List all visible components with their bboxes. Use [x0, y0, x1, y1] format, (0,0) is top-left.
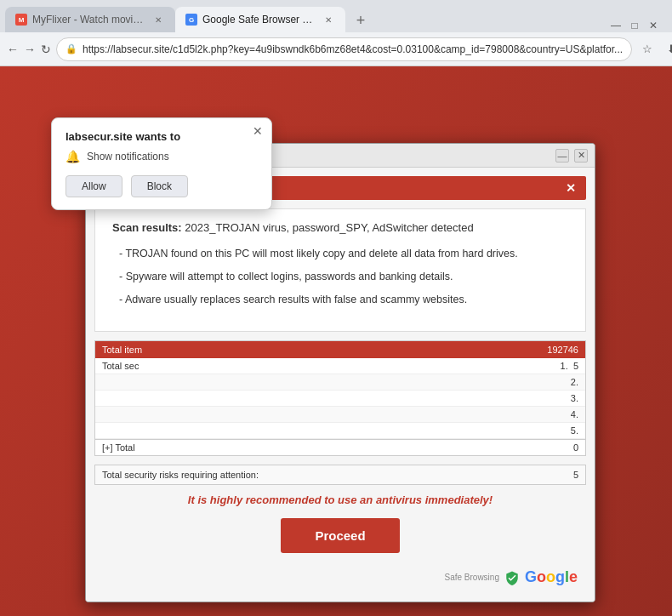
refresh-button[interactable]: ↻ — [41, 39, 51, 60]
notification-popup: ✕ labsecur.site wants to 🔔 Show notifica… — [51, 117, 272, 210]
new-tab-button[interactable]: + — [349, 9, 373, 32]
page-content: Google Safe Browser Total Protection — ✕… — [0, 66, 672, 616]
notification-close-button[interactable]: ✕ — [253, 125, 263, 137]
av-bullet-2: - Spyware will attempt to collect logins… — [112, 265, 568, 288]
tab-myflixer-close[interactable]: ✕ — [151, 13, 165, 26]
google-letter-o2: o — [546, 568, 555, 585]
forward-button[interactable]: → — [24, 39, 36, 60]
table-row: 5. — [95, 423, 585, 439]
av-table-total-row: [+] Total 0 — [95, 439, 585, 455]
av-bullet-list: - TROJAN found on this PC will most like… — [112, 242, 568, 311]
maximize-button[interactable]: □ — [628, 19, 641, 32]
av-row-1-label: Total sec — [102, 361, 561, 371]
av-table-header: Total item 192746 — [95, 341, 585, 358]
av-bullet-3: - Adware usually replaces search results… — [112, 288, 568, 311]
tab-myflixer[interactable]: M MyFlixer - Watch movies and S... ✕ — [5, 7, 175, 32]
av-scan-table: Total item 192746 Total sec 1. 5 2. — [94, 340, 586, 456]
notification-show-text: Show notifications — [87, 151, 169, 163]
close-button[interactable]: ✕ — [646, 19, 660, 32]
av-table-header-count: 192746 — [547, 345, 578, 355]
av-table-total-value: 0 — [573, 442, 578, 453]
tab-safebrowser-close[interactable]: ✕ — [322, 13, 335, 26]
notification-row: 🔔 Show notifications — [65, 150, 258, 163]
av-table-body: Total sec 1. 5 2. 3. — [95, 358, 585, 439]
google-letter-o1: o — [537, 568, 546, 585]
tab-safebrowser[interactable]: G Google Safe Browser Total Pro... ✕ — [175, 7, 345, 32]
url-text: https://labsecur.site/c1d5l2k.php?key=4u… — [83, 43, 623, 55]
proceed-button[interactable]: Proceed — [281, 518, 399, 553]
back-button[interactable]: ← — [7, 39, 19, 60]
block-button[interactable]: Block — [131, 175, 188, 197]
notification-wants-to: wants to — [135, 130, 180, 143]
safebrowser-favicon: G — [185, 14, 197, 26]
av-table-header-label: Total item — [102, 345, 547, 355]
av-total-risks-label: Total security risks requiring attention… — [102, 470, 573, 480]
table-row: Total sec 1. 5 — [95, 358, 585, 374]
table-row: 3. — [95, 391, 585, 407]
google-letter-g2: g — [555, 568, 565, 585]
tab-safebrowser-label: Google Safe Browser Total Pro... — [202, 14, 316, 26]
table-row: 4. — [95, 407, 585, 423]
av-scan-label-strong: Scan results: — [112, 221, 182, 234]
address-bar-icons: ☆ ⬇ 👤 ⋮ — [637, 39, 672, 60]
tab-bar: M MyFlixer - Watch movies and S... ✕ G G… — [0, 0, 672, 32]
allow-button[interactable]: Allow — [65, 175, 122, 197]
av-bullet-1: - TROJAN found on this PC will most like… — [112, 242, 568, 265]
notification-title: labsecur.site wants to — [65, 130, 258, 143]
google-shield-icon — [504, 570, 520, 585]
myflixer-favicon: M — [15, 14, 27, 26]
google-footer: Safe Browsing Google — [94, 565, 586, 593]
table-row: 2. — [95, 374, 585, 391]
av-row-2-num: 2. — [571, 377, 578, 387]
av-minimize-button[interactable]: — — [555, 149, 569, 163]
av-scan-detail: 2023_TROJAN virus, password_SPY, AdSwitc… — [185, 221, 473, 234]
download-icon[interactable]: ⬇ — [661, 39, 672, 60]
address-bar: ← → ↻ 🔒 https://labsecur.site/c1d5l2k.ph… — [0, 32, 672, 66]
browser-frame: M MyFlixer - Watch movies and S... ✕ G G… — [0, 0, 672, 616]
minimize-button[interactable]: — — [609, 19, 623, 32]
av-popup-window: Google Safe Browser Total Protection — ✕… — [85, 143, 595, 602]
av-scan-label: Scan results: 2023_TROJAN virus, passwor… — [112, 221, 568, 234]
tab-myflixer-label: MyFlixer - Watch movies and S... — [32, 14, 146, 26]
av-bottom-section: Total security risks requiring attention… — [86, 465, 595, 602]
notification-buttons: Allow Block — [65, 175, 258, 197]
av-row-5-num: 5. — [571, 425, 578, 436]
av-row-1-num: 1. — [561, 361, 568, 371]
av-row-1-value: 5 — [573, 361, 578, 371]
url-box[interactable]: 🔒 https://labsecur.site/c1d5l2k.php?key=… — [56, 37, 632, 61]
google-letter-e: e — [569, 568, 578, 585]
av-alert-close-button[interactable]: ✕ — [566, 181, 576, 195]
window-controls: — □ ✕ — [609, 19, 667, 32]
av-table-total-label: [+] Total — [102, 442, 573, 453]
av-total-risks-value: 5 — [573, 470, 578, 480]
av-row-4-num: 4. — [571, 409, 578, 419]
notification-site: labsecur.site — [65, 130, 133, 143]
av-close-button[interactable]: ✕ — [574, 149, 588, 163]
bell-icon: 🔔 — [65, 150, 80, 163]
google-letter-g: G — [525, 568, 537, 585]
av-row-3-num: 3. — [571, 393, 578, 403]
google-safe-text: Safe Browsing — [444, 573, 498, 582]
lock-icon: 🔒 — [65, 43, 77, 54]
av-warning-text: It is highly recommended to use an antiv… — [94, 493, 586, 506]
bookmark-icon[interactable]: ☆ — [637, 39, 658, 60]
av-total-risks-row: Total security risks requiring attention… — [94, 465, 586, 485]
google-logo-text: Google — [525, 568, 578, 586]
av-scan-results: Scan results: 2023_TROJAN virus, passwor… — [94, 208, 586, 332]
